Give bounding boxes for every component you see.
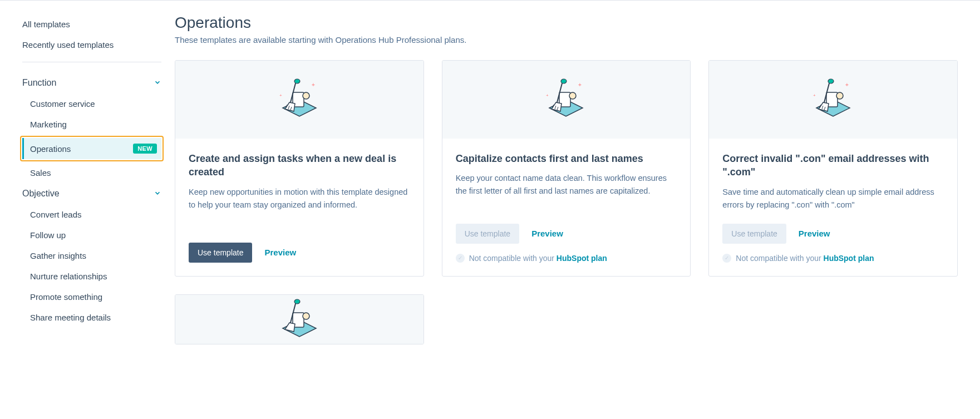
- svg-text:+: +: [546, 93, 549, 98]
- broom-data-icon: ++: [538, 75, 594, 125]
- filter-function-header[interactable]: Function: [22, 72, 161, 93]
- check-circle-icon: ✓: [722, 254, 731, 263]
- svg-text:+: +: [578, 82, 582, 88]
- compatibility-note: ✓ Not compatible with your HubSpot plan: [456, 254, 677, 263]
- hubspot-plan-link[interactable]: HubSpot plan: [824, 254, 874, 263]
- card-title: Correct invalid ".con" email addresses w…: [722, 152, 944, 179]
- svg-text:+: +: [279, 93, 282, 98]
- filter-item-gather-insights[interactable]: Gather insights: [22, 245, 161, 266]
- chevron-down-icon: [154, 189, 161, 199]
- svg-point-19: [836, 92, 843, 99]
- filter-item-share-meeting-details[interactable]: Share meeting details: [22, 307, 161, 328]
- svg-text:+: +: [845, 82, 849, 88]
- svg-point-10: [569, 92, 576, 99]
- broom-data-icon: [272, 295, 327, 344]
- page-title: Operations: [175, 14, 958, 32]
- template-card-grid: ++ Create and assign tasks when a new de…: [175, 60, 958, 344]
- filter-item-sales[interactable]: Sales: [22, 162, 161, 183]
- main-content: Operations These templates are available…: [175, 14, 958, 344]
- sidebar-all-templates[interactable]: All templates: [22, 14, 161, 34]
- use-template-button-disabled: Use template: [722, 224, 786, 244]
- card-illustration: ++: [442, 61, 691, 139]
- card-description: Save time and automatically clean up sim…: [722, 186, 944, 211]
- new-badge: NEW: [133, 144, 157, 154]
- sidebar-recently-used[interactable]: Recently used templates: [22, 34, 161, 55]
- hubspot-plan-link[interactable]: HubSpot plan: [557, 254, 607, 263]
- check-circle-icon: ✓: [456, 254, 465, 263]
- card-title: Create and assign tasks when a new deal …: [189, 152, 410, 179]
- template-card: ++ Create and assign tasks when a new de…: [175, 60, 424, 277]
- svg-point-21: [828, 79, 834, 83]
- filter-objective-header[interactable]: Objective: [22, 183, 161, 204]
- template-card: ++ Correct invalid ".con" email addresse…: [708, 60, 958, 277]
- filter-objective-label: Objective: [22, 189, 60, 199]
- page-subtitle: These templates are available starting w…: [175, 35, 958, 45]
- broom-data-icon: ++: [272, 75, 327, 125]
- filter-item-convert-leads[interactable]: Convert leads: [22, 204, 161, 225]
- card-description: Keep new opportunities in motion with th…: [189, 186, 410, 230]
- compatibility-note: ✓ Not compatible with your HubSpot plan: [722, 254, 944, 263]
- preview-link[interactable]: Preview: [799, 229, 830, 238]
- preview-link[interactable]: Preview: [264, 248, 296, 257]
- template-card: [175, 294, 424, 344]
- filter-item-marketing[interactable]: Marketing: [22, 114, 161, 135]
- card-illustration: ++: [175, 61, 423, 139]
- svg-point-28: [303, 313, 309, 319]
- sidebar-divider: [22, 62, 161, 62]
- svg-point-30: [294, 299, 300, 304]
- filter-item-operations-label: Operations: [30, 144, 71, 154]
- compat-text: Not compatible with your: [736, 254, 823, 263]
- card-description: Keep your contact name data clean. This …: [456, 172, 677, 211]
- svg-point-12: [561, 79, 567, 83]
- sidebar: All templates Recently used templates Fu…: [22, 14, 161, 344]
- card-illustration: [175, 295, 423, 344]
- compat-text: Not compatible with your: [469, 254, 557, 263]
- filter-item-customer-service[interactable]: Customer service: [22, 93, 161, 114]
- preview-link[interactable]: Preview: [531, 229, 563, 238]
- svg-text:+: +: [813, 93, 816, 98]
- svg-text:+: +: [312, 82, 315, 88]
- use-template-button-disabled: Use template: [456, 224, 519, 244]
- use-template-button[interactable]: Use template: [189, 243, 252, 263]
- broom-data-icon: ++: [805, 75, 861, 125]
- card-illustration: ++: [709, 61, 957, 139]
- filter-item-promote-something[interactable]: Promote something: [22, 287, 161, 307]
- filter-item-follow-up[interactable]: Follow up: [22, 225, 161, 245]
- template-card: ++ Capitalize contacts first and last na…: [442, 60, 691, 277]
- svg-point-1: [303, 92, 309, 99]
- filter-item-operations[interactable]: Operations NEW: [22, 138, 161, 159]
- card-title: Capitalize contacts first and last names: [456, 152, 677, 165]
- svg-point-3: [294, 79, 300, 83]
- filter-item-operations-highlight: Operations NEW: [20, 136, 164, 161]
- filter-item-nurture-relationships[interactable]: Nurture relationships: [22, 266, 161, 287]
- chevron-down-icon: [154, 78, 161, 88]
- filter-function-label: Function: [22, 78, 56, 88]
